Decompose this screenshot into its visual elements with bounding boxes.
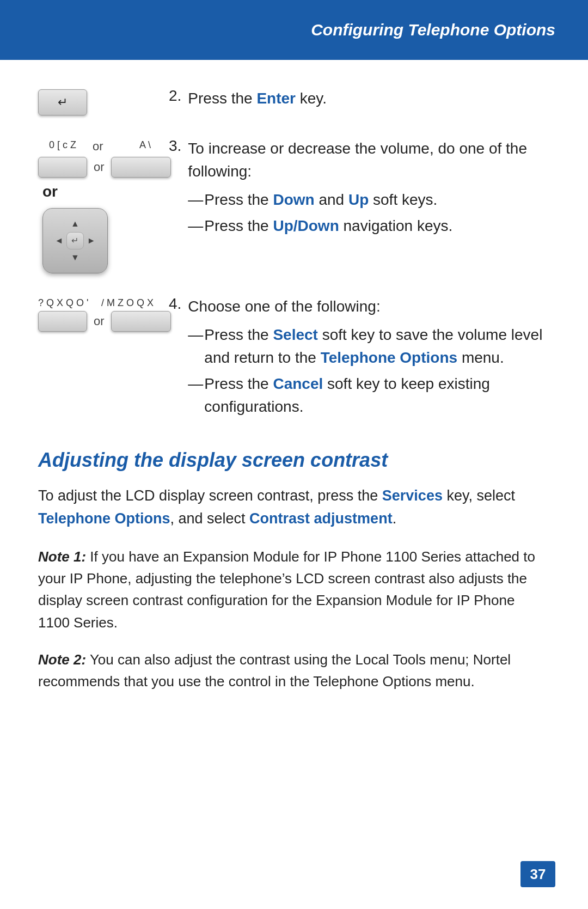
step-3-bullet-2: Press the Up/Down navigation keys. xyxy=(188,215,550,237)
nav-center-button: ↵ xyxy=(66,232,83,249)
step-3-bullets: Press the Down and Up soft keys. Press t… xyxy=(188,188,550,237)
step-3-key-right xyxy=(111,157,171,178)
nav-pad: ▲ ◄ ↵ ► ▼ xyxy=(42,208,108,273)
nav-right-arrow: ► xyxy=(86,230,107,251)
section-heading: Adjusting the display screen contrast xyxy=(38,449,550,472)
step-3-or-between: or xyxy=(94,160,105,174)
step-2-visual: ↵ xyxy=(38,87,169,115)
nav-down-arrow: ▼ xyxy=(64,252,85,273)
step-2-text: 2. Press the Enter key. xyxy=(169,87,550,110)
step-3-key-left xyxy=(38,157,87,178)
section-note2: Note 2: You can also adjust the contrast… xyxy=(38,649,550,693)
step-4-row: ? Q X Q O ' / M Z O Q X or 4. Choose one… xyxy=(38,295,550,422)
section-contrast: Adjusting the display screen contrast To… xyxy=(38,449,550,692)
section-intro: To adjust the LCD display screen contras… xyxy=(38,485,550,530)
step-4-text: 4. Choose one of the following: Press th… xyxy=(169,295,550,422)
step-2-number: 2. xyxy=(169,87,181,105)
step-3-visual: 0 [ c Z or A \ or or ▲ ◄ ↵ ► ▼ xyxy=(38,137,169,273)
step-4-bullet-1: Press the Select soft key to save the vo… xyxy=(188,324,550,369)
step-4-bullets: Press the Select soft key to save the vo… xyxy=(188,324,550,418)
step-4-key-right xyxy=(111,311,171,332)
step-4-label-right: / M Z O Q X xyxy=(101,297,154,309)
step-3-intro: To increase or decrease the volume, do o… xyxy=(188,137,550,183)
step-4-or-small: or xyxy=(94,314,105,328)
step-3-label-right: A \ xyxy=(115,139,175,151)
enter-key-icon: ↵ xyxy=(38,89,87,115)
step-4-key-labels: ? Q X Q O ' / M Z O Q X xyxy=(38,297,154,309)
step-4-key-row: or xyxy=(38,311,171,332)
page-number: 37 xyxy=(520,861,555,887)
step-4-bullet-2: Press the Cancel soft key to keep existi… xyxy=(188,373,550,418)
step-3-row: 0 [ c Z or A \ or or ▲ ◄ ↵ ► ▼ xyxy=(38,137,550,273)
step-3-bullet-1: Press the Down and Up soft keys. xyxy=(188,188,550,211)
step-2-paragraph: Press the Enter key. xyxy=(188,87,327,110)
step-4-number: 4. xyxy=(169,295,181,313)
step-4-key-left xyxy=(38,311,87,332)
step-4-label-left: ? Q X Q O ' xyxy=(38,297,93,309)
step-3-text: 3. To increase or decrease the volume, d… xyxy=(169,137,550,241)
main-content: ↵ 2. Press the Enter key. 0 [ c Z or A \… xyxy=(0,60,588,740)
section-note1: Note 1: If you have an Expansion Module … xyxy=(38,546,550,633)
step-4-visual: ? Q X Q O ' / M Z O Q X or xyxy=(38,295,169,332)
step-4-intro: Choose one of the following: xyxy=(188,295,550,318)
step-3-or-small: or xyxy=(93,139,103,154)
step-3-key-labels: 0 [ c Z or A \ xyxy=(38,139,175,155)
step-3-key-row: or xyxy=(38,157,171,178)
nav-up-arrow: ▲ xyxy=(64,209,85,230)
step-3-number: 3. xyxy=(169,137,181,155)
nav-left-arrow: ◄ xyxy=(43,230,64,251)
header: Configuring Telephone Options xyxy=(0,0,588,60)
step-3-or-bold: or xyxy=(42,183,58,200)
step-3-label-left: 0 [ c Z xyxy=(38,139,87,151)
header-title: Configuring Telephone Options xyxy=(311,21,555,39)
step-2-row: ↵ 2. Press the Enter key. xyxy=(38,87,550,115)
